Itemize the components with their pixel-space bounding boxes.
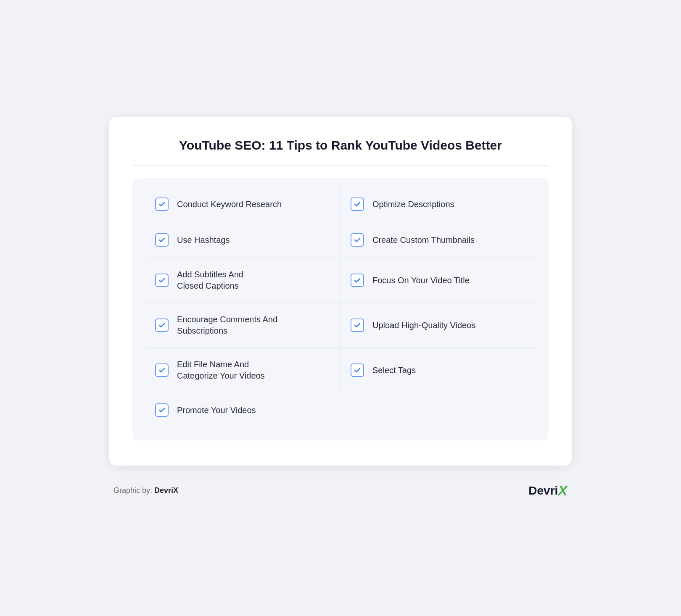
list-item: Optimize Descriptions (340, 187, 536, 222)
checkbox-icon (155, 403, 169, 417)
brand-name: DevriX (154, 486, 178, 495)
item-label: Use Hashtags (177, 234, 230, 246)
devrix-logo: DevriX (528, 482, 568, 499)
checkbox-icon (351, 233, 364, 247)
item-label: Optimize Descriptions (372, 199, 454, 210)
checkbox-icon (351, 319, 364, 332)
checkbox-icon (351, 363, 364, 377)
checkbox-icon (155, 274, 169, 287)
page-title: YouTube SEO: 11 Tips to Rank YouTube Vid… (132, 138, 549, 166)
logo-x: X (558, 482, 568, 499)
footer: Graphic by: DevriX DevriX (109, 482, 572, 499)
checklist-grid: Conduct Keyword Research Optimize Descri… (145, 187, 536, 428)
item-label: Focus On Your Video Title (372, 275, 470, 286)
checklist-card: Conduct Keyword Research Optimize Descri… (132, 178, 549, 440)
list-item: Upload High-Quality Videos (340, 303, 536, 348)
item-label: Add Subtitles AndClosed Captions (177, 269, 243, 292)
graphic-credit: Graphic by: DevriX (114, 486, 178, 495)
item-label: Encourage Comments AndSubscriptions (177, 314, 277, 337)
list-item: Edit File Name AndCategorize Your Videos (145, 348, 340, 392)
list-item: Select Tags (340, 348, 536, 392)
item-label: Conduct Keyword Research (177, 199, 282, 210)
main-card: YouTube SEO: 11 Tips to Rank YouTube Vid… (109, 117, 572, 466)
checkbox-icon (155, 233, 169, 247)
checkbox-icon (155, 319, 169, 332)
logo-text: Devri (528, 484, 558, 498)
item-label: Edit File Name AndCategorize Your Videos (177, 359, 265, 382)
list-item: Focus On Your Video Title (340, 258, 536, 303)
list-item: Encourage Comments AndSubscriptions (145, 303, 340, 348)
item-label: Create Custom Thumbnails (372, 234, 475, 246)
list-item: Add Subtitles AndClosed Captions (145, 258, 340, 303)
checkbox-icon (351, 274, 364, 287)
checkbox-icon (155, 363, 169, 377)
checkbox-icon (351, 197, 364, 211)
list-item: Promote Your Videos (145, 392, 536, 428)
list-item: Use Hashtags (145, 222, 340, 258)
checkbox-icon (155, 197, 169, 211)
item-label: Select Tags (372, 365, 416, 376)
item-label: Upload High-Quality Videos (372, 320, 475, 331)
item-label: Promote Your Videos (177, 405, 256, 416)
list-item: Create Custom Thumbnails (340, 222, 536, 258)
list-item: Conduct Keyword Research (145, 187, 340, 222)
